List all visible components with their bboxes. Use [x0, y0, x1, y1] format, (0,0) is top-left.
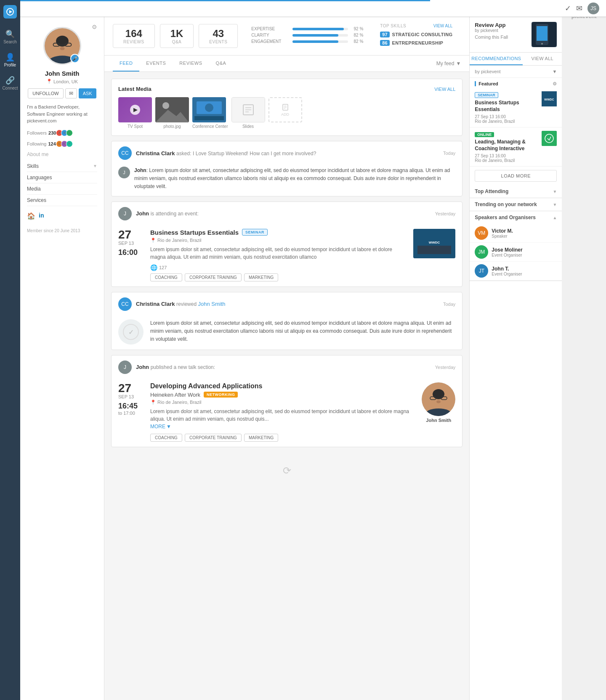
about-section: About me Skills ▼ Languages Media Servic…: [27, 151, 97, 206]
review-app-banner: Review App by pickevent Coming this Fall: [470, 17, 562, 53]
chevron-icon: ▼: [553, 189, 557, 194]
tag-coaching[interactable]: COACHING: [150, 273, 182, 281]
talk-tag-corporate[interactable]: CORPORATE TRAINING: [185, 434, 242, 442]
latest-media-title: Latest Media: [118, 86, 152, 92]
featured-label: Featured ⚙: [470, 78, 562, 88]
tab-events[interactable]: EVENTS: [139, 56, 173, 72]
latest-media-section: Latest Media VIEW ALL ▶ TV Spot: [111, 79, 462, 136]
load-more-button[interactable]: LOAD MORE: [475, 170, 557, 182]
feed-content: Latest Media VIEW ALL ▶ TV Spot: [104, 72, 469, 496]
skills-item[interactable]: Skills ▼: [27, 161, 97, 172]
media-item-conference: Conference Center: [192, 97, 228, 129]
tag-corporate[interactable]: CORPORATE TRAINING: [185, 273, 242, 281]
svg-point-8: [60, 47, 64, 50]
settings-icon-featured[interactable]: ⚙: [553, 81, 557, 87]
linkedin-link[interactable]: in: [39, 212, 44, 220]
tab-feed[interactable]: FEED: [113, 56, 139, 72]
trending-section: Trending on your network ▼: [470, 198, 562, 211]
featured-item-1: SEMINAR Business Startups Essentials 27 …: [470, 88, 562, 127]
media-item[interactable]: Media: [27, 183, 97, 195]
sidebar-item-search[interactable]: 🔍 Search: [0, 25, 20, 48]
featured-title-2[interactable]: Leading, Managing & Coaching Interactive: [475, 139, 538, 152]
view-all-media[interactable]: VIEW ALL: [434, 87, 455, 92]
event-info: Business Startups Essentials SEMINAR 📍 R…: [150, 229, 407, 281]
top-bar-actions: ✓ ✉ JS: [565, 3, 599, 14]
chevron-down-icon: ▼: [552, 69, 557, 74]
followers-item: Followers 230 A B C: [27, 130, 73, 136]
review-app-coming: Coming this Fall: [475, 34, 527, 40]
svg-rect-7: [59, 45, 65, 45]
svg-rect-41: [537, 26, 548, 41]
tab-qa[interactable]: Q&A: [209, 56, 233, 72]
services-item[interactable]: Services: [27, 195, 97, 206]
my-feed-toggle[interactable]: My feed ▼: [436, 61, 461, 66]
loading-spinner: ⟳: [111, 452, 462, 489]
event-badge: SEMINAR: [242, 229, 268, 236]
message-button[interactable]: ✉: [65, 88, 77, 98]
about-title: About me: [27, 151, 97, 157]
talk-date: 27 SEP 13 16:45 to 17:00: [118, 382, 144, 442]
notification-icon[interactable]: ✓: [565, 4, 571, 13]
chevron-icon: ▼: [553, 202, 557, 207]
sidebar-item-profile[interactable]: 👤 Profile: [0, 48, 20, 72]
talk-speaker-avatar: [422, 382, 455, 416]
talk-info: Developing Advanced Applications Heineke…: [150, 382, 415, 442]
svg-text:WWDC: WWDC: [545, 98, 554, 101]
review-app-title: Review App: [475, 22, 527, 28]
featured-title-1[interactable]: Business Startups Essentials: [475, 100, 538, 113]
home-link[interactable]: 🏠: [27, 212, 35, 220]
feed-tabs: FEED EVENTS REVIEWS Q&A My feed ▼: [104, 56, 469, 72]
event-title[interactable]: Business Startups Essentials: [150, 229, 239, 236]
profile-name: John Smith: [27, 70, 97, 77]
unfollow-button[interactable]: UNFOLLOW: [28, 88, 63, 98]
settings-icon[interactable]: ⚙: [92, 24, 97, 30]
languages-item[interactable]: Languages: [27, 172, 97, 183]
app-logo[interactable]: [3, 5, 17, 19]
post-avatar-cc2: CC: [118, 297, 132, 311]
tab-recommendations[interactable]: RECOMMENDATIONS: [470, 53, 523, 65]
tab-view-all[interactable]: VIEW ALL: [523, 53, 562, 65]
svg-rect-36: [436, 398, 441, 399]
message-icon[interactable]: ✉: [576, 4, 582, 13]
profile-avatar-wrap: 🎤: [43, 27, 81, 65]
post-time: Today: [443, 302, 455, 307]
user-avatar-top[interactable]: JS: [587, 3, 599, 14]
trending-header[interactable]: Trending on your network ▼: [470, 198, 562, 211]
skills-bars: EXPERTISE 92 % CLARITY 82 % ENGAGEMENT 8…: [243, 27, 372, 45]
tab-reviews[interactable]: REVIEWS: [173, 56, 209, 72]
clarity-bar: CLARITY 82 %: [251, 33, 363, 37]
profile-bio: I'm a Backend Developer, Software Engine…: [27, 103, 97, 125]
view-all-skills[interactable]: VIEW ALL: [433, 24, 453, 28]
reviews-stat[interactable]: 164 REVIEWS: [113, 24, 155, 48]
reviewed-target: John Smith: [198, 301, 225, 307]
sidebar-item-connect[interactable]: 🔗 Connect: [0, 72, 20, 95]
right-sidebar: Review App by pickevent Coming this Fall…: [469, 17, 562, 700]
ask-button[interactable]: ASK: [79, 88, 96, 98]
post-time: Today: [443, 151, 455, 156]
talk-badge: NETWORKING: [204, 392, 238, 398]
svg-rect-28: [417, 246, 451, 254]
qa-stat[interactable]: 1K Q&A: [160, 24, 194, 48]
reply-avatar: J: [118, 167, 130, 178]
right-filter[interactable]: by pickevent ▼: [470, 66, 562, 78]
following-row: Following 124 D E F: [27, 141, 97, 147]
talk-title: Developing Advanced Applications: [150, 382, 415, 390]
loading-progress-bar: [20, 0, 606, 1]
reviewer-name: Christina Clark: [136, 301, 175, 307]
social-links: 🏠 in: [27, 212, 97, 220]
profile-icon: 👤: [5, 53, 15, 62]
profile-actions: UNFOLLOW ✉ ASK: [27, 88, 97, 98]
top-skills: TOP SKILLS VIEW ALL 97 STRATEGIC CONSULT…: [372, 24, 461, 48]
top-attending-header[interactable]: Top Attending ▼: [470, 185, 562, 198]
tag-marketing[interactable]: MARKETING: [244, 273, 278, 281]
reply-text: John: Lorem ipsum dolor sit amet, consec…: [134, 167, 455, 191]
speakers-header[interactable]: Speakers and Organisers ▲: [470, 211, 562, 224]
talk-tag-marketing[interactable]: MARKETING: [244, 434, 278, 442]
more-button[interactable]: MORE ▼: [150, 423, 415, 430]
events-stat[interactable]: 43 EVENTS: [199, 24, 238, 48]
review-app-text: Review App by pickevent Coming this Fall: [475, 22, 527, 47]
speaker-avatar-johnt: JT: [475, 264, 488, 278]
talk-tag-coaching[interactable]: COACHING: [150, 434, 182, 442]
svg-point-16: [205, 103, 213, 112]
svg-point-33: [433, 389, 444, 399]
